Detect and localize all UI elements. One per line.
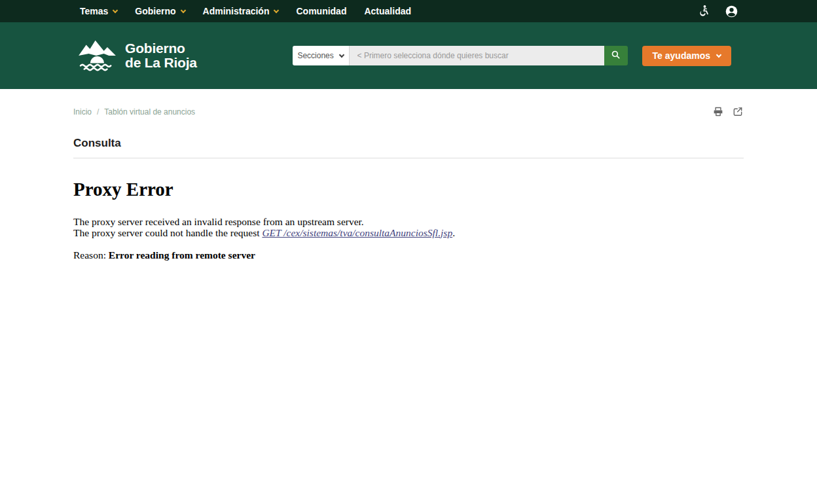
proxy-error-line1: The proxy server received an invalid res…: [73, 216, 364, 227]
logo-line1: Gobierno: [125, 41, 197, 56]
main-navigation: Temas Gobierno Administración Comunidad …: [73, 6, 411, 16]
search-input[interactable]: [349, 46, 604, 65]
proxy-error-title: Proxy Error: [73, 179, 744, 200]
chevron-down-icon: [113, 7, 118, 12]
proxy-error-line2-prefix: The proxy server could not handle the re…: [73, 227, 262, 238]
help-button[interactable]: Te ayudamos: [642, 46, 731, 66]
nav-item-label: Temas: [80, 6, 108, 16]
breadcrumb: Inicio / Tablón virtual de anuncios: [73, 107, 195, 117]
search-button[interactable]: [604, 46, 628, 65]
breadcrumb-current: Tablón virtual de anuncios: [104, 107, 195, 117]
nav-item-label: Actualidad: [364, 6, 411, 16]
accessibility-button[interactable]: [696, 5, 710, 18]
print-icon: [712, 109, 724, 119]
nav-item-comunidad[interactable]: Comunidad: [296, 6, 346, 16]
main-content: Inicio / Tablón virtual de anuncios: [73, 89, 744, 261]
search-icon: [611, 50, 621, 62]
nav-item-gobierno[interactable]: Gobierno: [135, 6, 185, 16]
proxy-error-line2-suffix: .: [452, 227, 455, 238]
la-rioja-logo-icon: [77, 37, 118, 74]
reason-text: Error reading from remote server: [109, 249, 255, 261]
site-logo[interactable]: Gobierno de La Rioja: [77, 37, 197, 74]
share-button[interactable]: [732, 106, 744, 117]
nav-item-actualidad[interactable]: Actualidad: [364, 6, 411, 16]
nav-item-temas[interactable]: Temas: [80, 6, 117, 16]
nav-item-administracion[interactable]: Administración: [203, 6, 279, 16]
chevron-down-icon: [180, 7, 185, 12]
topbar-utility-icons: [696, 5, 744, 18]
chevron-down-icon: [339, 52, 344, 57]
accessibility-icon: [696, 10, 710, 20]
proxy-error-message: The proxy server received an invalid res…: [73, 217, 744, 238]
proxy-error-reason: Reason: Error reading from remote server: [73, 249, 744, 261]
chevron-down-icon: [274, 7, 279, 12]
share-icon: [732, 109, 744, 119]
page-actions: [712, 106, 744, 117]
site-search: Secciones: [293, 46, 628, 65]
reason-label: Reason:: [73, 249, 109, 261]
section-divider: [73, 158, 744, 158]
search-sections-dropdown[interactable]: Secciones: [293, 46, 349, 65]
search-sections-label: Secciones: [297, 51, 333, 60]
request-url-link[interactable]: GET /cex/sistemas/tva/consultaAnunciosSf…: [262, 227, 452, 238]
nav-item-label: Gobierno: [135, 6, 175, 16]
user-account-button[interactable]: [725, 5, 738, 18]
logo-line2: de La Rioja: [125, 56, 197, 70]
help-button-label: Te ayudamos: [653, 50, 710, 61]
logo-wordmark: Gobierno de La Rioja: [125, 41, 197, 69]
top-navigation-bar: Temas Gobierno Administración Comunidad …: [0, 0, 817, 22]
site-header: Gobierno de La Rioja Secciones Te ayuda: [0, 22, 817, 89]
breadcrumb-home-link[interactable]: Inicio: [73, 107, 92, 117]
nav-item-label: Administración: [203, 6, 270, 16]
page-title: Consulta: [73, 137, 744, 150]
nav-item-label: Comunidad: [296, 6, 346, 16]
user-account-icon: [725, 10, 738, 20]
proxy-error-block: Proxy Error The proxy server received an…: [73, 179, 744, 261]
print-button[interactable]: [712, 106, 724, 117]
chevron-down-icon: [716, 52, 721, 57]
breadcrumb-row: Inicio / Tablón virtual de anuncios: [73, 106, 744, 117]
breadcrumb-separator: /: [97, 107, 99, 117]
